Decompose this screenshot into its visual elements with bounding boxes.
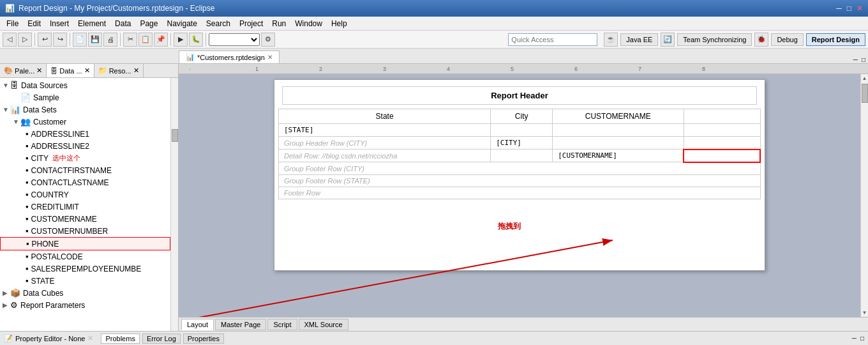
tree-field-contactlastname[interactable]: ▪ CONTACTLASTNAME	[0, 176, 170, 188]
tree-data-cubes[interactable]: ▶ 📦 Data Cubes	[0, 287, 170, 299]
toolbar-btn-10[interactable]: 📌	[154, 33, 168, 47]
quick-access-input[interactable]	[508, 33, 597, 46]
team-sync-btn[interactable]: Team Synchronizing	[677, 33, 752, 46]
tree-data-sets[interactable]: ▼ 📊 Data Sets	[0, 103, 170, 116]
menu-edit[interactable]: Edit	[24, 18, 45, 29]
maximize-btn[interactable]: □	[847, 4, 851, 13]
editor-maximize-btn[interactable]: □	[862, 56, 865, 63]
palette-close[interactable]: ✕	[36, 66, 42, 75]
report-bottom-tabs: Layout Master Page Script XML Source	[179, 317, 868, 331]
menu-navigate[interactable]: Navigate	[163, 18, 200, 29]
tab-master-page[interactable]: Master Page	[215, 319, 266, 330]
close-btn[interactable]: ✕	[857, 4, 863, 13]
scrollbar-thumb[interactable]	[862, 84, 868, 103]
prop-maximize[interactable]: □	[860, 335, 864, 342]
toolbar-btn-9[interactable]: 📋	[138, 33, 153, 47]
toolbar-dropdown[interactable]	[209, 33, 260, 46]
tree-field-addressline2[interactable]: ▪ ADDRESSLINE2	[0, 140, 170, 152]
toolbar-btn-run[interactable]: ▶	[174, 33, 188, 47]
menu-insert[interactable]: Insert	[46, 18, 73, 29]
sidebar-tab-data[interactable]: 🗄 Data ... ✕	[47, 64, 94, 77]
toolbar-btn-6[interactable]: 💾	[88, 33, 102, 47]
prop-minimize[interactable]: ─	[852, 335, 857, 342]
editor-tab-close[interactable]: ✕	[267, 54, 273, 61]
tree-field-customernumber[interactable]: ▪ CUSTOMERNUMBER	[0, 225, 170, 237]
menu-element[interactable]: Element	[74, 18, 110, 29]
menu-project[interactable]: Project	[236, 18, 267, 29]
col-state: State	[279, 109, 491, 124]
sidebar-tab-palette[interactable]: 🎨 Pale... ✕	[0, 64, 47, 77]
perspective-icon-2[interactable]: 🔄	[661, 33, 675, 47]
report-design-btn[interactable]: Report Design	[806, 33, 865, 46]
tab-layout[interactable]: Layout	[181, 319, 214, 330]
data-sources-icon: 🗄	[10, 80, 19, 90]
tree-data-sources[interactable]: ▼ 🗄 Data Sources	[0, 79, 170, 91]
customer-label: Customer	[33, 118, 66, 126]
field-icon-1: ▪	[26, 129, 29, 139]
field-icon-12: ▪	[26, 264, 29, 273]
menu-page[interactable]: Page	[136, 18, 161, 29]
right-scrollbar[interactable]: ▲ ▼	[860, 74, 868, 317]
team-sync-label: Team Synchronizing	[683, 36, 746, 43]
toolbar-btn-3[interactable]: ↩	[38, 33, 52, 47]
perspective-icon-3[interactable]: 🐞	[754, 33, 768, 47]
menu-file[interactable]: File	[3, 18, 22, 29]
prop-tab-problems[interactable]: Problems	[101, 334, 139, 344]
tree-field-city[interactable]: ▪ CITY 选中这个	[0, 152, 170, 164]
group-header-row: Group Header Row (CITY) [CITY]	[279, 137, 761, 150]
detail-target	[684, 150, 760, 162]
field-label-7: CREDITLIMIT	[31, 203, 79, 211]
toolbar-btn-7[interactable]: 🖨	[103, 33, 117, 47]
tree-field-phone[interactable]: ▪ PHONE	[0, 237, 170, 250]
data-cubes-arrow: ▶	[3, 289, 10, 296]
tree-field-contactfirstname[interactable]: ▪ CONTACTFIRSTNAME	[0, 164, 170, 176]
tree-field-state[interactable]: ▪ STATE	[0, 275, 170, 287]
tree-field-addressline1[interactable]: ▪ ADDRESSLINE1	[0, 128, 170, 140]
debug-btn[interactable]: Debug	[771, 33, 803, 46]
sidebar-tab-bar: 🎨 Pale... ✕ 🗄 Data ... ✕ 📁 Reso... ✕	[0, 64, 178, 78]
tree-field-creditlimit[interactable]: ▪ CREDITLIMIT	[0, 201, 170, 213]
tree-field-postalcode[interactable]: ▪ POSTALCODE	[0, 250, 170, 263]
report-params-icon: ⚙	[10, 300, 18, 310]
field-icon-4: ▪	[26, 165, 29, 175]
prop-tab-properties[interactable]: Properties	[183, 334, 224, 344]
field-label-12: SALESREPEMPLOYEENUMBE	[31, 264, 142, 273]
perspective-icon-1[interactable]: ☕	[604, 33, 618, 47]
toolbar-btn-2[interactable]: ▷	[18, 33, 32, 47]
editor-wrapper: Report Header State City CUSTOMERNAME	[179, 74, 868, 317]
java-ee-btn[interactable]: Java EE	[620, 33, 658, 46]
menu-help[interactable]: Help	[327, 18, 351, 29]
tree-field-country[interactable]: ▪ COUNTRY	[0, 188, 170, 201]
minimize-btn[interactable]: ─	[836, 4, 842, 13]
tree-sample[interactable]: 📄 Sample	[0, 91, 170, 103]
scroll-down-arrow[interactable]: ▼	[862, 309, 867, 317]
tree-field-customername[interactable]: ▪ CUSTOMERNAME	[0, 213, 170, 225]
menu-run[interactable]: Run	[268, 18, 290, 29]
sidebar-scrollbar[interactable]	[170, 78, 178, 331]
resource-close[interactable]: ✕	[133, 66, 139, 75]
tab-script[interactable]: Script	[267, 319, 297, 330]
editor-minimize-btn[interactable]: ─	[853, 56, 858, 63]
data-close[interactable]: ✕	[84, 66, 90, 75]
toolbar-btn-11[interactable]: ⚙	[261, 33, 275, 47]
sample-label: Sample	[33, 93, 59, 102]
prop-tab-errorlog[interactable]: Error Log	[142, 334, 181, 344]
toolbar-btn-4[interactable]: ↪	[53, 33, 67, 47]
tab-xml-source[interactable]: XML Source	[299, 319, 348, 330]
scroll-up-arrow[interactable]: ▲	[862, 74, 867, 82]
toolbar-btn-5[interactable]: 📄	[73, 33, 87, 47]
menu-search[interactable]: Search	[202, 18, 234, 29]
data-cubes-icon: 📦	[10, 288, 20, 298]
toolbar-btn-8[interactable]: ✂	[123, 33, 137, 47]
toolbar-btn-debug[interactable]: 🐛	[189, 33, 203, 47]
menu-window[interactable]: Window	[291, 18, 326, 29]
tree-report-params[interactable]: ▶ ⚙ Report Parameters	[0, 299, 170, 311]
toolbar-btn-1[interactable]: ◁	[3, 33, 17, 47]
tree-customer[interactable]: ▼ 👥 Customer	[0, 116, 170, 128]
editor-tab-customers[interactable]: 📊 *Customers.rptdesign ✕	[179, 50, 280, 63]
data-sets-icon: 📊	[10, 105, 20, 114]
sidebar-tab-resource[interactable]: 📁 Reso... ✕	[94, 64, 144, 77]
tree-field-salesrep[interactable]: ▪ SALESREPEMPLOYEENUMBE	[0, 263, 170, 275]
resource-icon: 📁	[98, 66, 107, 75]
menu-data[interactable]: Data	[111, 18, 135, 29]
